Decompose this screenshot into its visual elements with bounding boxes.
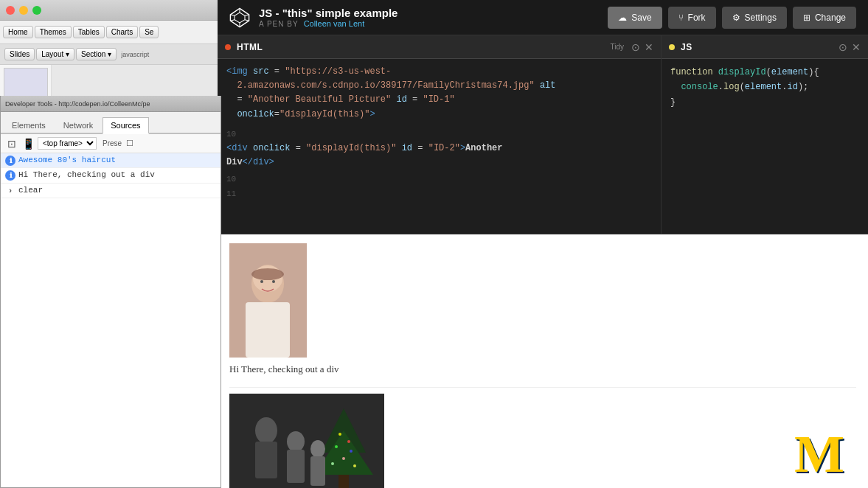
js-editor-content[interactable]: function displayId(element){ console.log…: [662, 59, 868, 234]
gear-icon: ⚙: [732, 13, 740, 23]
svg-line-5: [245, 19, 249, 20]
preview-image-1-svg: [229, 243, 307, 358]
js-line-1: function displayId(element){: [670, 65, 859, 80]
fork-label: Fork: [688, 13, 706, 23]
inspect-icon[interactable]: ⊡: [5, 137, 18, 150]
html-editor-actions: Tidy ⊙ ✕: [607, 41, 653, 53]
toolbar-layout[interactable]: Layout ▾: [36, 48, 74, 60]
js-editor-close[interactable]: ✕: [852, 41, 861, 53]
codepen-author: A PEN BY Colleen van Lent: [259, 19, 608, 28]
codepen-logo-icon: [229, 7, 250, 28]
bg-toolbar: Home Themes Tables Charts Se: [0, 21, 221, 44]
svg-point-13: [260, 280, 263, 283]
settings-button[interactable]: ⚙ Settings: [722, 7, 787, 29]
bg-subtabs: Slides Layout ▾ Section ▾ javascript: [0, 44, 221, 65]
save-button[interactable]: ☁ Save: [608, 7, 662, 29]
console-icon-1: ℹ: [5, 156, 15, 166]
preview-content: Hi There, checking out a div: [218, 234, 868, 488]
js-lang-label: JS: [681, 42, 692, 52]
close-btn[interactable]: [6, 6, 15, 15]
svg-rect-20: [255, 442, 277, 478]
fork-button[interactable]: ⑂ Fork: [668, 7, 716, 29]
html-lang-label: HTML: [237, 42, 263, 52]
html-editor-content[interactable]: <img src = "https://s3-us-west- 2.amazon…: [218, 59, 661, 234]
change-button[interactable]: ⊞ Change: [793, 7, 856, 29]
svg-rect-24: [310, 456, 325, 486]
preview-caption-1: Hi There, checking out a div: [229, 363, 856, 375]
svg-point-12: [251, 268, 284, 280]
toolbar-more[interactable]: Se: [139, 26, 159, 38]
html-editor-close[interactable]: ✕: [645, 41, 653, 53]
devtools-url: Developer Tools - http://codepen.io/Coll…: [5, 100, 150, 108]
maximize-btn[interactable]: [32, 6, 41, 15]
svg-rect-18: [338, 475, 349, 488]
toolbar-themes[interactable]: Themes: [35, 26, 72, 38]
device-icon[interactable]: 📱: [21, 137, 35, 150]
tab-elements[interactable]: Elements: [4, 117, 54, 133]
svg-point-14: [272, 280, 275, 283]
save-label: Save: [631, 13, 651, 23]
html-code-line-4: onclick="displayId(this)">: [226, 108, 652, 122]
university-logo: M: [794, 428, 853, 479]
devtools-panel: Developer Tools - http://codepen.io/Coll…: [0, 96, 221, 488]
html-dot: [225, 44, 231, 50]
js-line-2: console.log(element.id);: [670, 80, 859, 94]
svg-point-26: [347, 440, 350, 443]
svg-point-30: [331, 462, 334, 465]
codepen-title-area: JS - "this" simple example A PEN BY Coll…: [259, 7, 608, 28]
svg-point-31: [353, 464, 356, 467]
bg-titlebar: [0, 0, 221, 21]
html-code-line-1: <img src = "https://s3-us-west-: [226, 65, 652, 79]
tidy-button[interactable]: Tidy: [607, 41, 627, 52]
frame-selector[interactable]: <top frame>: [38, 137, 97, 150]
html-code-line-3: = "Another Beautiful Picture" id = "ID-1…: [226, 93, 652, 107]
js-dot: [669, 44, 675, 50]
console-entry-haircut: ℹ Awesome 80's haircut: [1, 153, 221, 168]
html-code-line-2: 2.amazonaws.com/s.cdnpo.io/389177/Family…: [226, 79, 652, 93]
console-icon-2: ℹ: [5, 170, 15, 181]
tab-network[interactable]: Network: [55, 117, 101, 133]
console-chevron: ›: [5, 186, 15, 196]
devtools-subtoolbar: ⊡ 📱 <top frame> Prese ☐: [1, 134, 221, 153]
university-logo-letter: M: [794, 428, 853, 481]
minimize-btn[interactable]: [19, 6, 28, 15]
preserve-checkbox[interactable]: ☐: [126, 139, 133, 148]
js-line-3: }: [670, 95, 859, 110]
svg-point-29: [342, 457, 345, 460]
html-code-line-7: Div</div>: [226, 156, 652, 170]
tab-sources[interactable]: Sources: [103, 117, 148, 134]
codepen-actions: ☁ Save ⑂ Fork ⚙ Settings ⊞ Change: [608, 7, 856, 29]
codepen-editors: HTML Tidy ⊙ ✕ <img src = "https://s3-us-…: [218, 35, 868, 234]
toolbar-slides[interactable]: Slides: [4, 48, 35, 60]
codepen-header: JS - "this" simple example A PEN BY Coll…: [218, 0, 868, 35]
svg-point-21: [287, 431, 305, 452]
devtools-console: ℹ Awesome 80's haircut ℹ Hi There, check…: [1, 153, 221, 487]
preview-image-2[interactable]: [229, 394, 384, 488]
settings-label: Settings: [745, 13, 777, 23]
toolbar-tables[interactable]: Tables: [73, 26, 105, 38]
toolbar-home[interactable]: Home: [3, 26, 33, 38]
svg-rect-22: [287, 450, 305, 483]
preview-section-2: Another Div: [229, 394, 856, 488]
devtools-titlebar: Developer Tools - http://codepen.io/Coll…: [1, 96, 221, 112]
js-editor-header: JS ⊙ ✕: [662, 35, 868, 59]
svg-line-2: [230, 14, 235, 15]
svg-marker-1: [235, 13, 245, 23]
html-code-line-8: 10: [226, 172, 652, 187]
change-label: Change: [815, 13, 846, 23]
html-editor: HTML Tidy ⊙ ✕ <img src = "https://s3-us-…: [218, 35, 662, 234]
html-editor-settings[interactable]: ⊙: [631, 41, 640, 53]
html-code-line-5: 10: [226, 128, 652, 142]
console-text-haircut: Awesome 80's haircut: [18, 155, 216, 166]
svg-point-25: [338, 433, 341, 436]
js-editor-settings[interactable]: ⊙: [839, 41, 847, 53]
svg-line-4: [230, 19, 235, 20]
preview-image-1[interactable]: [229, 243, 307, 358]
toolbar-section[interactable]: Section ▾: [76, 48, 117, 60]
console-entry-clear[interactable]: › clear: [1, 184, 221, 198]
html-code-line-6: <div onclick = "displayId(this)" id = "I…: [226, 142, 652, 156]
js-editor-actions: ⊙ ✕: [839, 41, 861, 53]
console-entry-div: ℹ Hi There, checking out a div: [1, 168, 221, 183]
toolbar-charts[interactable]: Charts: [106, 26, 138, 38]
svg-rect-11: [246, 302, 290, 358]
